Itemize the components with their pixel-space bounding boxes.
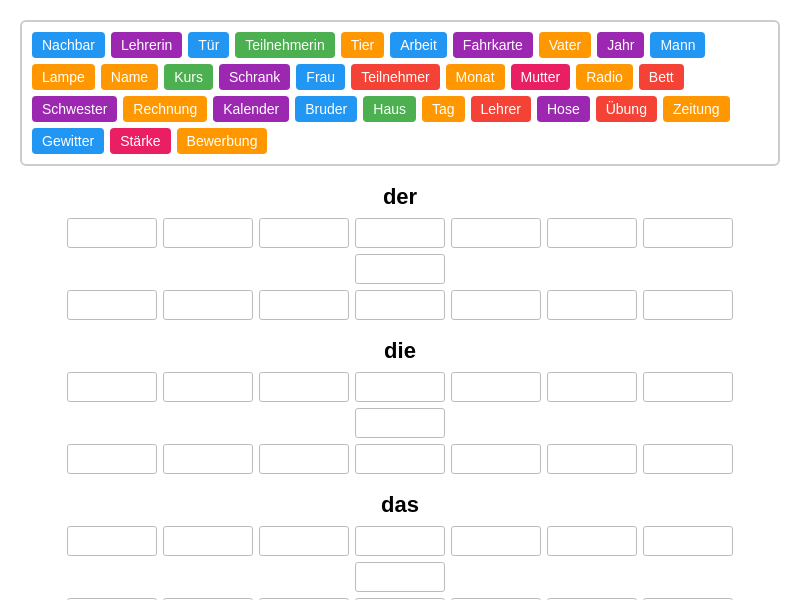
drop-box[interactable] bbox=[67, 290, 157, 320]
section-die: die bbox=[20, 338, 780, 474]
drop-box[interactable] bbox=[259, 526, 349, 556]
drop-box[interactable] bbox=[355, 408, 445, 438]
drop-box[interactable] bbox=[451, 526, 541, 556]
section-title: der bbox=[20, 184, 780, 210]
drop-box[interactable] bbox=[259, 444, 349, 474]
word-chip[interactable]: Bruder bbox=[295, 96, 357, 122]
drop-box[interactable] bbox=[547, 444, 637, 474]
section-title: das bbox=[20, 492, 780, 518]
word-chip[interactable]: Kurs bbox=[164, 64, 213, 90]
drop-box[interactable] bbox=[67, 526, 157, 556]
word-chip[interactable]: Rechnung bbox=[123, 96, 207, 122]
drop-box[interactable] bbox=[163, 526, 253, 556]
word-chip[interactable]: Jahr bbox=[597, 32, 644, 58]
word-chip[interactable]: Fahrkarte bbox=[453, 32, 533, 58]
drop-box[interactable] bbox=[163, 290, 253, 320]
drop-box[interactable] bbox=[451, 372, 541, 402]
drop-box[interactable] bbox=[355, 218, 445, 248]
drop-box[interactable] bbox=[547, 290, 637, 320]
section-der: der bbox=[20, 184, 780, 320]
drop-box[interactable] bbox=[451, 290, 541, 320]
drop-box[interactable] bbox=[259, 372, 349, 402]
word-chip[interactable]: Lehrer bbox=[471, 96, 531, 122]
drop-box[interactable] bbox=[643, 444, 733, 474]
drop-box[interactable] bbox=[643, 218, 733, 248]
drop-rows bbox=[20, 526, 780, 600]
word-chip[interactable]: Gewitter bbox=[32, 128, 104, 154]
drop-box[interactable] bbox=[643, 526, 733, 556]
section-das: das bbox=[20, 492, 780, 600]
drop-box[interactable] bbox=[547, 218, 637, 248]
drop-box[interactable] bbox=[355, 290, 445, 320]
section-title: die bbox=[20, 338, 780, 364]
sections-container: derdiedas bbox=[20, 184, 780, 600]
word-chip[interactable]: Bett bbox=[639, 64, 684, 90]
drop-box[interactable] bbox=[451, 218, 541, 248]
word-chip[interactable]: Frau bbox=[296, 64, 345, 90]
word-chip[interactable]: Stärke bbox=[110, 128, 170, 154]
drop-box[interactable] bbox=[355, 444, 445, 474]
word-chip[interactable]: Hose bbox=[537, 96, 590, 122]
drop-box[interactable] bbox=[547, 372, 637, 402]
word-chip[interactable]: Tür bbox=[188, 32, 229, 58]
drop-box[interactable] bbox=[355, 372, 445, 402]
word-chip[interactable]: Schrank bbox=[219, 64, 290, 90]
drop-box[interactable] bbox=[259, 290, 349, 320]
word-chip[interactable]: Zeitung bbox=[663, 96, 730, 122]
word-chip[interactable]: Haus bbox=[363, 96, 416, 122]
word-chip[interactable]: Tag bbox=[422, 96, 465, 122]
drop-box[interactable] bbox=[163, 444, 253, 474]
word-chip[interactable]: Bewerbung bbox=[177, 128, 268, 154]
drop-box[interactable] bbox=[259, 218, 349, 248]
drop-box[interactable] bbox=[643, 290, 733, 320]
drop-box[interactable] bbox=[643, 372, 733, 402]
drop-box[interactable] bbox=[355, 254, 445, 284]
drop-box[interactable] bbox=[67, 218, 157, 248]
drop-row bbox=[20, 372, 780, 438]
drop-row bbox=[20, 290, 780, 320]
word-chip[interactable]: Teilnehmerin bbox=[235, 32, 334, 58]
drop-box[interactable] bbox=[355, 562, 445, 592]
drop-box[interactable] bbox=[163, 372, 253, 402]
drop-box[interactable] bbox=[163, 218, 253, 248]
word-chip[interactable]: Lampe bbox=[32, 64, 95, 90]
word-chip[interactable]: Schwester bbox=[32, 96, 117, 122]
drop-box[interactable] bbox=[355, 526, 445, 556]
drop-row bbox=[20, 444, 780, 474]
word-chip[interactable]: Vater bbox=[539, 32, 591, 58]
drop-box[interactable] bbox=[547, 526, 637, 556]
drop-rows bbox=[20, 218, 780, 320]
word-chip[interactable]: Arbeit bbox=[390, 32, 447, 58]
word-chip[interactable]: Mann bbox=[650, 32, 705, 58]
word-chip[interactable]: Kalender bbox=[213, 96, 289, 122]
word-chip[interactable]: Teilnehmer bbox=[351, 64, 439, 90]
word-bank: NachbarLehrerinTürTeilnehmerinTierArbeit… bbox=[20, 20, 780, 166]
word-chip[interactable]: Übung bbox=[596, 96, 657, 122]
drop-box[interactable] bbox=[67, 372, 157, 402]
drop-row bbox=[20, 218, 780, 284]
word-chip[interactable]: Radio bbox=[576, 64, 633, 90]
word-chip[interactable]: Tier bbox=[341, 32, 385, 58]
word-chip[interactable]: Name bbox=[101, 64, 158, 90]
drop-box[interactable] bbox=[67, 444, 157, 474]
word-chip[interactable]: Lehrerin bbox=[111, 32, 182, 58]
word-chip[interactable]: Mutter bbox=[511, 64, 571, 90]
drop-rows bbox=[20, 372, 780, 474]
word-chip[interactable]: Nachbar bbox=[32, 32, 105, 58]
word-chip[interactable]: Monat bbox=[446, 64, 505, 90]
drop-row bbox=[20, 526, 780, 592]
drop-box[interactable] bbox=[451, 444, 541, 474]
